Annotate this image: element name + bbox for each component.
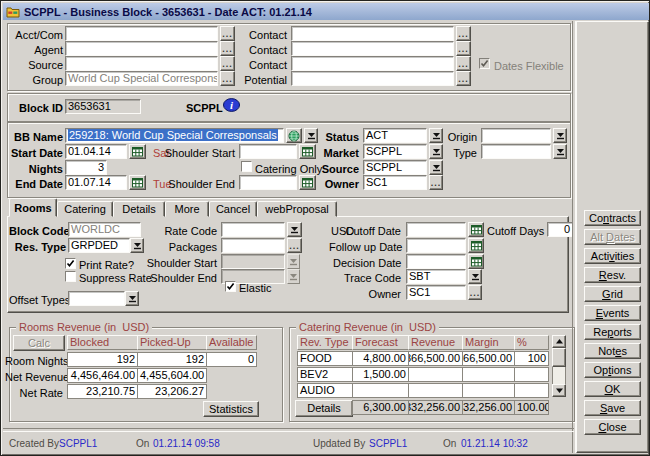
shoulder-end-field[interactable] — [239, 175, 297, 190]
side-button-save[interactable]: Save — [584, 400, 641, 416]
side-button-events[interactable]: Events — [584, 305, 641, 321]
catering-row-margin[interactable] — [462, 383, 515, 398]
trace-code-field[interactable]: SBT — [406, 269, 466, 284]
tab-webproposal[interactable]: webProposal — [257, 201, 337, 217]
catering-only-checkbox[interactable] — [241, 161, 252, 172]
decision-date-field[interactable] — [406, 254, 466, 269]
net-rate-blocked-cell[interactable]: 23,210.75 — [67, 384, 138, 399]
catering-row-revenue[interactable] — [408, 367, 463, 382]
packages-lov-button[interactable]: ... — [287, 238, 302, 253]
side-button-notes[interactable]: Notes — [584, 343, 641, 359]
side-button-grid[interactable]: Grid — [584, 286, 641, 302]
bb-name-field[interactable]: 259218: World Cup Special Corresponsals — [65, 128, 284, 143]
source2-field[interactable]: SCPPL — [363, 160, 427, 175]
catering-row-forecast[interactable]: 1,500.00 — [352, 367, 409, 382]
potential-field[interactable] — [291, 71, 454, 86]
cutoff-date-field[interactable] — [406, 222, 466, 237]
follow-up-date-field[interactable] — [406, 238, 466, 253]
start-date-calendar-button[interactable] — [129, 144, 146, 159]
statistics-button[interactable]: Statistics — [203, 401, 259, 417]
res-type-field[interactable]: GRPDED — [68, 238, 130, 253]
catering-row-revenue[interactable]: 9,866,500.00 — [408, 351, 463, 366]
net-rate-picked-cell[interactable]: 23,206.27 — [137, 384, 207, 399]
offset-types-field[interactable] — [68, 291, 125, 306]
room-nights-available-cell[interactable]: 0 — [206, 352, 257, 367]
side-button-reports[interactable]: Reports — [584, 324, 641, 340]
catering-row-type[interactable]: FOOD — [297, 351, 353, 366]
status-field[interactable]: ACT — [363, 128, 427, 143]
owner-lov-button[interactable]: ... — [429, 175, 443, 190]
contact1-field[interactable] — [291, 26, 454, 41]
side-button-close[interactable]: Close — [584, 419, 641, 435]
print-rate-checkbox[interactable] — [65, 258, 76, 269]
catering-row-pct[interactable]: 100 — [514, 351, 549, 366]
side-button-activities[interactable]: Activities — [584, 248, 641, 264]
catering-row-margin[interactable]: 9,866,500.00 — [462, 351, 515, 366]
net-revenue-picked-cell[interactable]: 4,455,604.00 — [137, 368, 207, 383]
type-field[interactable] — [481, 144, 551, 159]
market-field[interactable]: SCPPL — [363, 144, 427, 159]
contact3-lov-button[interactable]: ... — [456, 56, 471, 71]
potential-lov-button[interactable]: ... — [456, 71, 471, 86]
tab-catering[interactable]: Catering — [57, 201, 113, 217]
contact2-lov-button[interactable]: ... — [456, 41, 471, 56]
contact2-field[interactable] — [291, 41, 454, 56]
scrollbar-thumb[interactable] — [552, 348, 566, 367]
nights-field[interactable]: 3 — [65, 160, 107, 175]
acct-com-field[interactable] — [65, 26, 218, 41]
details-button[interactable]: Details — [295, 400, 353, 417]
follow-up-date-calendar-button[interactable] — [468, 238, 484, 253]
trace-code-dropdown-button[interactable] — [468, 269, 482, 284]
rate-code-field[interactable] — [221, 222, 285, 237]
catering-row-forecast[interactable]: 4,800.00 — [352, 351, 409, 366]
contact3-field[interactable] — [291, 56, 454, 71]
decision-date-calendar-button[interactable] — [468, 254, 484, 269]
contact1-lov-button[interactable]: ... — [456, 26, 471, 41]
catering-row-revenue[interactable] — [408, 383, 463, 398]
packages-field[interactable] — [221, 238, 285, 253]
tab-details[interactable]: Details — [113, 201, 165, 217]
owner-field[interactable]: SC1 — [363, 175, 427, 190]
catering-row-forecast[interactable] — [352, 383, 409, 398]
catering-row-type[interactable]: AUDIO — [297, 383, 353, 398]
end-date-field[interactable]: 01.07.14 — [65, 175, 127, 190]
offset-types-dropdown-button[interactable] — [125, 291, 139, 306]
catering-row-pct[interactable] — [514, 383, 549, 398]
acct-com-lov-button[interactable]: ... — [220, 26, 235, 41]
side-button-ok[interactable]: OK — [584, 381, 641, 397]
net-revenue-blocked-cell[interactable]: 4,456,464.00 — [67, 368, 138, 383]
side-button-contracts[interactable]: Contracts — [584, 210, 641, 226]
room-nights-picked-cell[interactable]: 192 — [137, 352, 207, 367]
source-lov-button[interactable]: ... — [220, 56, 235, 71]
room-nights-blocked-cell[interactable]: 192 — [67, 352, 138, 367]
source-dropdown-button[interactable] — [429, 160, 443, 175]
scroll-down-button[interactable] — [552, 384, 566, 397]
start-date-field[interactable]: 01.04.14 — [65, 144, 127, 159]
shoulder-start-field[interactable] — [239, 144, 297, 159]
tab-cancel[interactable]: Cancel — [209, 201, 257, 217]
catering-row-pct[interactable] — [514, 367, 549, 382]
info-icon[interactable]: i — [223, 98, 240, 112]
cutoff-days-field[interactable]: 0 — [547, 222, 573, 237]
res-type-dropdown-button[interactable] — [130, 238, 144, 253]
suppress-rate-checkbox[interactable] — [65, 271, 76, 282]
origin-dropdown-button[interactable] — [553, 128, 567, 143]
group-lov-button[interactable]: ... — [220, 71, 235, 86]
rate-code-dropdown-button[interactable] — [287, 222, 302, 237]
agent-field[interactable] — [65, 41, 218, 56]
catering-row-type[interactable]: BEV2 — [297, 367, 353, 382]
end-date-calendar-button[interactable] — [129, 175, 146, 190]
source-field[interactable] — [65, 56, 218, 71]
elastic-checkbox[interactable] — [225, 281, 236, 292]
type-dropdown-button[interactable] — [553, 144, 567, 159]
side-button-resv[interactable]: Resv. — [584, 267, 641, 283]
bb-name-web-button[interactable] — [286, 128, 302, 143]
cutoff-date-calendar-button[interactable] — [468, 222, 484, 237]
origin-field[interactable] — [481, 128, 551, 143]
tab-owner-field[interactable]: SC1 — [406, 285, 466, 300]
tab-more[interactable]: More — [165, 201, 209, 217]
tab-rooms[interactable]: Rooms — [9, 198, 57, 217]
scroll-up-button[interactable] — [552, 335, 566, 348]
catering-row-margin[interactable] — [462, 367, 515, 382]
side-button-options[interactable]: Options — [584, 362, 641, 378]
